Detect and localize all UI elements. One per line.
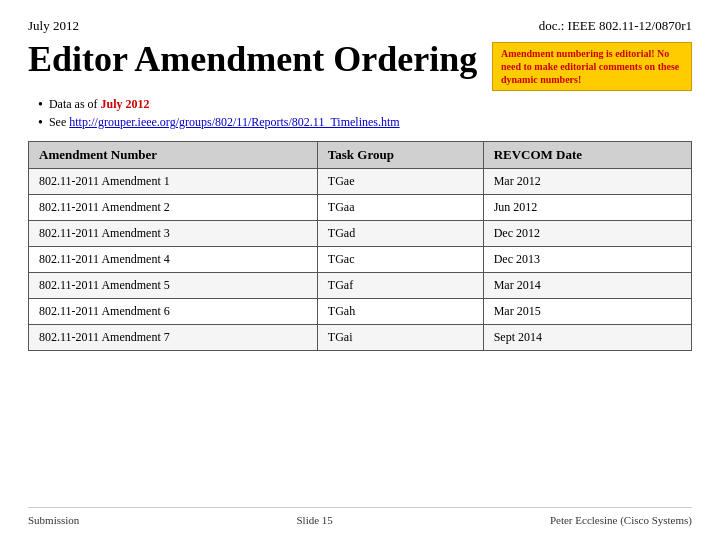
bullet-2: • See http://grouper.ieee.org/groups/802…	[38, 115, 692, 131]
table-body: 802.11-2011 Amendment 1TGaeMar 2012802.1…	[29, 169, 692, 351]
bullet-highlight: July 2012	[101, 97, 150, 111]
bullet-text-1: Data as of July 2012	[49, 97, 150, 112]
bullet-1: • Data as of July 2012	[38, 97, 692, 113]
footer: Submission Slide 15 Peter Ecclesine (Cis…	[28, 507, 692, 526]
cell-4-1: TGaf	[317, 273, 483, 299]
header-right: doc.: IEEE 802.11-12/0870r1	[539, 18, 692, 34]
header-left: July 2012	[28, 18, 79, 34]
bullet-text-2: See http://grouper.ieee.org/groups/802/1…	[49, 115, 400, 130]
title-area: Editor Amendment Ordering Amendment numb…	[28, 38, 692, 91]
cell-0-2: Mar 2012	[483, 169, 691, 195]
footer-left: Submission	[28, 514, 79, 526]
table-row: 802.11-2011 Amendment 3TGadDec 2012	[29, 221, 692, 247]
table-header: Amendment Number Task Group REVCOM Date	[29, 142, 692, 169]
table-header-row: Amendment Number Task Group REVCOM Date	[29, 142, 692, 169]
cell-2-1: TGad	[317, 221, 483, 247]
main-title: Editor Amendment Ordering	[28, 38, 482, 80]
cell-1-0: 802.11-2011 Amendment 2	[29, 195, 318, 221]
cell-4-2: Mar 2014	[483, 273, 691, 299]
bullets-section: • Data as of July 2012 • See http://grou…	[28, 97, 692, 133]
cell-6-2: Sept 2014	[483, 325, 691, 351]
cell-4-0: 802.11-2011 Amendment 5	[29, 273, 318, 299]
header: July 2012 doc.: IEEE 802.11-12/0870r1	[28, 18, 692, 34]
col-amendment-number: Amendment Number	[29, 142, 318, 169]
cell-3-0: 802.11-2011 Amendment 4	[29, 247, 318, 273]
footer-right: Peter Ecclesine (Cisco Systems)	[550, 514, 692, 526]
cell-1-2: Jun 2012	[483, 195, 691, 221]
cell-3-2: Dec 2013	[483, 247, 691, 273]
slide: July 2012 doc.: IEEE 802.11-12/0870r1 Ed…	[0, 0, 720, 540]
table-row: 802.11-2011 Amendment 6TGahMar 2015	[29, 299, 692, 325]
table-row: 802.11-2011 Amendment 4TGacDec 2013	[29, 247, 692, 273]
col-task-group: Task Group	[317, 142, 483, 169]
cell-0-0: 802.11-2011 Amendment 1	[29, 169, 318, 195]
annotation-text: Amendment numbering is editorial! No nee…	[501, 48, 679, 85]
bullet-dot-2: •	[38, 115, 43, 131]
table-row: 802.11-2011 Amendment 2TGaaJun 2012	[29, 195, 692, 221]
cell-6-0: 802.11-2011 Amendment 7	[29, 325, 318, 351]
table-row: 802.11-2011 Amendment 5TGafMar 2014	[29, 273, 692, 299]
col-revcom-date: REVCOM Date	[483, 142, 691, 169]
cell-5-2: Mar 2015	[483, 299, 691, 325]
cell-0-1: TGae	[317, 169, 483, 195]
cell-2-0: 802.11-2011 Amendment 3	[29, 221, 318, 247]
cell-5-0: 802.11-2011 Amendment 6	[29, 299, 318, 325]
table-row: 802.11-2011 Amendment 7TGaiSept 2014	[29, 325, 692, 351]
footer-center: Slide 15	[296, 514, 332, 526]
cell-5-1: TGah	[317, 299, 483, 325]
annotation-box: Amendment numbering is editorial! No nee…	[492, 42, 692, 91]
cell-1-1: TGaa	[317, 195, 483, 221]
cell-2-2: Dec 2012	[483, 221, 691, 247]
timelines-link[interactable]: http://grouper.ieee.org/groups/802/11/Re…	[69, 115, 399, 129]
bullet-dot-1: •	[38, 97, 43, 113]
table-row: 802.11-2011 Amendment 1TGaeMar 2012	[29, 169, 692, 195]
amendment-table: Amendment Number Task Group REVCOM Date …	[28, 141, 692, 351]
cell-6-1: TGai	[317, 325, 483, 351]
cell-3-1: TGac	[317, 247, 483, 273]
